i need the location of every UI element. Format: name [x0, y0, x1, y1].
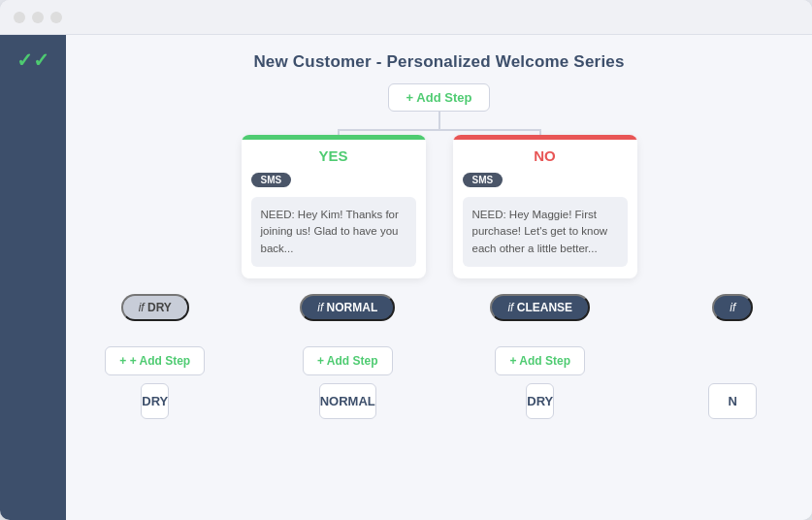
bottom-label-partial-text: N [729, 394, 737, 408]
add-steps-section: + + Add Step + Add Step + Add Step [66, 333, 812, 375]
no-branch-card: NO SMS NEED: Hey Maggie! First purchase!… [453, 135, 637, 278]
add-step-cleanse-button[interactable]: + Add Step [495, 346, 585, 375]
bottom-label-dry-text: DRY [142, 394, 168, 408]
plus-icon-2: + [317, 354, 327, 368]
add-step-col-2: + Add Step [253, 333, 442, 375]
branch-h-line [236, 129, 643, 131]
add-step-label-1: + Add Step [130, 354, 191, 368]
if-cleanse-badge[interactable]: if CLEANSE [490, 294, 590, 321]
no-sms-content: NEED: Hey Maggie! First purchase! Let's … [463, 197, 628, 267]
flow-canvas: + Add Step [66, 80, 812, 520]
yes-sms-content: NEED: Hey Kim! Thanks for joining us! Gl… [251, 197, 416, 267]
if-partial-badge[interactable]: if [712, 294, 753, 321]
add-step-label-2: Add Step [327, 354, 378, 368]
titlebar-dot-yellow [32, 12, 44, 23]
yes-sms-badge: SMS [251, 173, 292, 187]
titlebar-dot-green [50, 12, 62, 23]
top-v-connector [438, 112, 440, 129]
bottom-box-dry: DRY [141, 383, 169, 419]
bottom-box-dry2: DRY [526, 383, 554, 419]
if-keyword-dry: if [139, 301, 147, 314]
condition-dry: if DRY [66, 294, 249, 321]
yes-label: YES [242, 140, 426, 170]
page-header: New Customer - Personalized Welcome Seri… [66, 35, 812, 80]
plus-icon-3: + [509, 354, 519, 368]
if-value-cleanse: CLEANSE [517, 301, 572, 314]
bottom-box-normal: NORMAL [319, 383, 376, 419]
condition-partial: if [638, 294, 812, 321]
if-value-normal: NORMAL [327, 301, 378, 314]
add-step-top-button[interactable]: + Add Step [388, 83, 491, 112]
content-area: ✓✓ New Customer - Personalized Welcome S… [0, 35, 812, 520]
if-value-dry: DRY [147, 301, 172, 314]
add-step-col-1: + + Add Step [66, 333, 249, 375]
add-step-col-4: + Add Step [638, 333, 812, 375]
flow-outer: + Add Step [66, 80, 812, 419]
app-window: ✓✓ New Customer - Personalized Welcome S… [0, 0, 812, 520]
if-dry-badge[interactable]: if DRY [121, 294, 189, 321]
bottom-labels-section: DRY NORMAL DRY [66, 383, 812, 419]
titlebar-dot-red [14, 12, 25, 23]
bottom-label-dry: DRY [66, 383, 249, 419]
if-keyword-normal: if [317, 301, 326, 314]
condition-normal: if NORMAL [253, 294, 442, 321]
sidebar: ✓✓ [0, 35, 66, 520]
yes-branch-card: YES SMS NEED: Hey Kim! Thanks for joinin… [242, 135, 426, 278]
bottom-label-partial: N [638, 383, 812, 419]
yes-branch-wrapper: YES SMS NEED: Hey Kim! Thanks for joinin… [242, 135, 426, 278]
main-content: New Customer - Personalized Welcome Seri… [66, 35, 812, 520]
bottom-label-dry2-text: DRY [527, 394, 553, 408]
page-title: New Customer - Personalized Welcome Seri… [253, 52, 624, 71]
bottom-box-partial: N [708, 383, 757, 419]
no-branch-wrapper: NO SMS NEED: Hey Maggie! First purchase!… [453, 135, 637, 278]
if-keyword-partial: if [730, 301, 735, 314]
sidebar-logo: ✓✓ [16, 49, 49, 72]
add-step-label-3: Add Step [519, 354, 570, 368]
plus-icon-1: + [119, 354, 129, 368]
add-step-normal-button[interactable]: + Add Step [303, 346, 393, 375]
add-step-dry-button[interactable]: + + Add Step [105, 346, 205, 375]
no-sms-badge: SMS [463, 173, 503, 187]
titlebar [0, 0, 812, 35]
add-step-col-3: + Add Step [446, 333, 635, 375]
add-step-top-container: + Add Step [388, 83, 491, 129]
condition-cleanse: if CLEANSE [446, 294, 635, 321]
branches-wrapper: YES SMS NEED: Hey Kim! Thanks for joinin… [242, 135, 637, 278]
bottom-label-dry2: DRY [446, 383, 635, 419]
h-line-bar [338, 129, 541, 131]
if-normal-badge[interactable]: if NORMAL [300, 294, 395, 321]
if-keyword-cleanse: if [507, 301, 516, 314]
bottom-label-normal-text: NORMAL [320, 394, 375, 408]
conditions-section: if DRY if NORMAL if CLEANSE [66, 294, 812, 321]
no-label: NO [453, 140, 637, 170]
bottom-label-normal: NORMAL [253, 383, 442, 419]
